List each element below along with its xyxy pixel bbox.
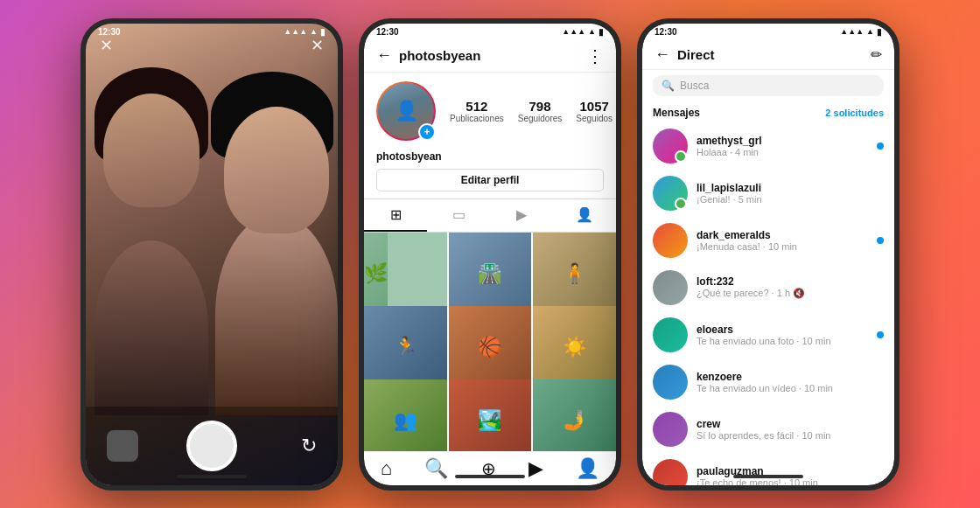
wifi-icon-1: ▲ <box>310 27 318 36</box>
shutter-button[interactable] <box>186 421 237 471</box>
back-button-direct[interactable]: ← <box>654 45 670 64</box>
flash-icon[interactable]: ✕ <box>100 36 113 55</box>
list-item[interactable]: dark_emeralds ¡Menuda casa! · 10 min <box>642 217 894 264</box>
camera-top-bar: ✕ ✕ <box>86 36 338 55</box>
search-input[interactable]: Busca <box>680 80 709 92</box>
profile-header: ← photosbyean ⋮ <box>364 38 616 73</box>
signal-icon-3: ▲▲▲ <box>840 27 864 36</box>
photo-9[interactable]: 🤳 <box>533 379 616 451</box>
dm-avatar-lapislazuli <box>653 176 688 211</box>
dm-avatar-kenzoere <box>653 365 688 400</box>
camera-bottom-bar: ↻ <box>86 407 338 485</box>
add-story-button[interactable]: + <box>418 123 436 141</box>
dm-name: eloears <box>696 324 868 336</box>
flip-camera-button[interactable]: ↻ <box>301 435 317 457</box>
close-camera-icon[interactable]: ✕ <box>311 36 324 55</box>
bottom-nav: ⌂ 🔍 ⊕ ▶ 👤 <box>364 451 616 485</box>
nav-home[interactable]: ⌂ <box>381 457 392 480</box>
list-item[interactable]: lil_lapislazuli ¡Genial! · 5 min <box>642 170 894 217</box>
followers-count: 798 <box>529 99 551 114</box>
dm-preview: Sí lo aprendes, es fácil · 10 min <box>696 430 884 441</box>
dm-name: lil_lapislazuli <box>696 182 884 194</box>
dm-name: loft:232 <box>696 275 884 288</box>
photo-grid: 🌿 🛣️ 🧍 🏃 🏀 ☀️ 👥 🏞️ 🤳 <box>364 233 616 451</box>
unread-indicator <box>877 143 884 150</box>
phone-direct: 12:30 ▲▲▲ ▲ ▮ ← Direct ✏ 🔍 Busca <box>637 18 900 491</box>
list-item[interactable]: loft:232 ¿Qué te parece? · 1 h 🔇 <box>642 264 894 311</box>
status-icons-2: ▲▲▲ ▲ ▮ <box>562 27 604 37</box>
status-time-2: 12:30 <box>376 27 399 37</box>
dm-info-crew: crew Sí lo aprendes, es fácil · 10 min <box>696 418 884 441</box>
more-options-button[interactable]: ⋮ <box>586 45 604 66</box>
photo-8[interactable]: 🏞️ <box>449 379 532 451</box>
profile-name-row: photosbyean <box>364 146 616 169</box>
dm-info-lapislazuli: lil_lapislazuli ¡Genial! · 5 min <box>696 182 884 205</box>
following-label: Seguidos <box>576 114 612 123</box>
dm-preview: ¿Qué te parece? · 1 h 🔇 <box>696 288 884 299</box>
nav-search[interactable]: 🔍 <box>424 457 448 480</box>
profile-display-name: photosbyean <box>376 150 442 163</box>
dm-info-darkemerads: dark_emeralds ¡Menuda casa! · 10 min <box>696 229 868 252</box>
unread-indicator <box>877 237 884 244</box>
dm-preview: ¡Menuda casa! · 10 min <box>696 241 868 252</box>
profile-screen: 12:30 ▲▲▲ ▲ ▮ ← photosbyean ⋮ <box>364 24 616 485</box>
dm-avatar-darkemerads <box>653 223 688 258</box>
profile-tabs: ⊞ ▭ ▶ 👤 <box>364 198 616 233</box>
nav-profile[interactable]: 👤 <box>576 457 599 480</box>
photo-1[interactable]: 🌿 <box>364 233 447 316</box>
list-item[interactable]: amethyst_grl Holaaa · 4 min <box>642 122 894 170</box>
signal-icon-2: ▲▲▲ <box>562 27 585 36</box>
dm-avatar-loft <box>653 270 688 305</box>
direct-header: ← Direct ✏ <box>642 38 894 70</box>
photo-4[interactable]: 🏃 <box>364 306 447 389</box>
phone-profile: 12:30 ▲▲▲ ▲ ▮ ← photosbyean ⋮ <box>359 18 621 491</box>
search-bar[interactable]: 🔍 Busca <box>653 75 884 96</box>
photo-7[interactable]: 👥 <box>364 379 447 451</box>
battery-icon-2: ▮ <box>598 27 604 37</box>
photo-2[interactable]: 🛣️ <box>449 233 532 316</box>
profile-username-header: photosbyean <box>399 48 480 63</box>
home-indicator-3 <box>733 475 803 478</box>
tab-reels[interactable]: ▭ <box>427 199 490 232</box>
profile-header-left: ← photosbyean <box>376 46 480 65</box>
dm-preview: ¡Genial! · 5 min <box>696 194 884 205</box>
wifi-icon-2: ▲ <box>588 27 596 36</box>
posts-count: 512 <box>466 99 487 114</box>
dm-name: dark_emeralds <box>696 229 868 241</box>
direct-title: Direct <box>677 47 715 62</box>
photo-5[interactable]: 🏀 <box>449 306 532 389</box>
stat-posts: 512 Publicaciones <box>450 99 504 123</box>
status-icons-3: ▲▲▲ ▲ ▮ <box>840 27 882 37</box>
status-bar-3: 12:30 ▲▲▲ ▲ ▮ <box>642 24 894 38</box>
photo-3[interactable]: 🧍 <box>533 233 616 316</box>
back-button-profile[interactable]: ← <box>376 46 392 65</box>
following-count: 1057 <box>579 99 608 114</box>
list-item[interactable]: paulaguzman ¡Te echo de menos! · 10 min <box>642 453 894 485</box>
dm-list: amethyst_grl Holaaa · 4 min lil_lapislaz… <box>642 122 894 485</box>
dm-preview: Te ha enviado un vídeo · 10 min <box>696 383 884 393</box>
nav-reels[interactable]: ▶ <box>528 457 543 480</box>
dm-info-kenzoere: kenzoere Te ha enviado un vídeo · 10 min <box>696 371 884 393</box>
list-item[interactable]: kenzoere Te ha enviado un vídeo · 10 min <box>642 358 894 406</box>
battery-icon-3: ▮ <box>877 27 882 37</box>
dm-preview: ¡Te echo de menos! · 10 min <box>696 477 884 485</box>
tab-tagged[interactable]: 👤 <box>553 199 616 232</box>
dm-avatar-eloears <box>653 317 688 352</box>
list-item[interactable]: eloears Te ha enviado una foto · 10 min <box>642 311 894 358</box>
photo-6[interactable]: ☀️ <box>533 306 616 389</box>
dm-avatar-paulaguzman <box>653 459 688 485</box>
dm-info-eloears: eloears Te ha enviado una foto · 10 min <box>696 324 868 346</box>
list-item[interactable]: crew Sí lo aprendes, es fácil · 10 min <box>642 406 894 453</box>
gallery-button[interactable] <box>107 430 138 462</box>
compose-button[interactable]: ✏ <box>871 46 882 63</box>
solicitudes-link[interactable]: 2 solicitudes <box>825 108 884 118</box>
dm-name: amethyst_grl <box>696 135 868 147</box>
messages-label: Mensajes <box>653 107 700 119</box>
tab-igtv[interactable]: ▶ <box>490 199 553 232</box>
edit-profile-button[interactable]: Editar perfil <box>376 169 604 191</box>
tab-grid[interactable]: ⊞ <box>364 199 427 232</box>
posts-label: Publicaciones <box>450 114 504 123</box>
dm-avatar-crew <box>653 412 688 447</box>
dm-name: kenzoere <box>696 371 884 383</box>
camera-screen: 12:30 ▲▲▲ ▲ ▮ ✕ ✕ ↻ <box>86 24 338 485</box>
